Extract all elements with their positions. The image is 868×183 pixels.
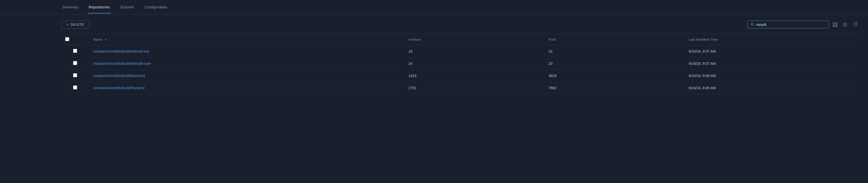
search-input[interactable]	[756, 23, 826, 27]
toolbar-right	[747, 21, 860, 29]
row-modified-1: 6/24/24, 9:07 AM	[685, 58, 860, 70]
table-header-row: Name ▼ Artifacts Pulls Last Modified Tim…	[61, 34, 860, 45]
repo-link-1[interactable]: ironbank/vivsoft/enbuild/enbuild-user	[93, 62, 151, 66]
refresh-button[interactable]	[851, 21, 860, 29]
row-modified-3: 6/24/24, 8:45 AM	[685, 82, 860, 94]
table-container: Name ▼ Artifacts Pulls Last Modified Tim…	[0, 34, 868, 177]
tab-repositories[interactable]: Repositories	[88, 1, 111, 13]
repo-link-3[interactable]: ironbank/vivsoft/enbuild/frontend	[93, 86, 145, 90]
row-artifacts-3: 2701	[404, 82, 545, 94]
row-name-3: ironbank/vivsoft/enbuild/frontend	[89, 82, 404, 94]
svg-rect-5	[836, 25, 837, 27]
delete-label: DELETE	[70, 23, 84, 27]
filter-icon[interactable]: ▼	[104, 38, 107, 41]
row-name-2: ironbank/vivsoft/enbuild/backend	[89, 70, 404, 82]
delete-x-icon: ×	[66, 23, 68, 27]
view-toggle-grid[interactable]	[832, 21, 838, 28]
header-checkbox-cell	[61, 34, 89, 45]
table-row: ironbank/vivsoft/enbuild/enbuild-user 24…	[61, 58, 860, 70]
row-modified-0: 6/24/24, 9:07 AM	[685, 45, 860, 58]
row-checkbox-0[interactable]	[73, 49, 77, 53]
table-row: ironbank/vivsoft/enbuild/frontend 2701 7…	[61, 82, 860, 94]
column-artifacts-label: Artifacts	[408, 38, 421, 41]
repo-link-2[interactable]: ironbank/vivsoft/enbuild/backend	[93, 74, 145, 78]
tab-configuration[interactable]: Configuration	[143, 1, 168, 13]
tab-scanner[interactable]: Scanner	[119, 1, 135, 13]
row-checkbox-3[interactable]	[73, 85, 77, 89]
row-checkbox-1[interactable]	[73, 61, 77, 65]
page-container: Summary Repositories Scanner Configurati…	[0, 0, 868, 183]
column-header-modified: Last Modified Time	[685, 34, 860, 45]
row-checkbox-cell	[61, 58, 89, 70]
table-row: ironbank/vivsoft/enbuild/enbuild-mq 24 2…	[61, 45, 860, 58]
view-toggle-list[interactable]	[841, 21, 848, 28]
toolbar: × DELETE	[0, 20, 868, 34]
row-artifacts-0: 24	[404, 45, 545, 58]
row-pulls-2: 4629	[545, 70, 685, 82]
row-modified-2: 6/24/24, 9:08 AM	[685, 70, 860, 82]
search-icon	[751, 22, 754, 27]
row-checkbox-cell	[61, 70, 89, 82]
row-pulls-1: 20	[545, 58, 685, 70]
search-container	[747, 21, 829, 29]
delete-button[interactable]: × DELETE	[61, 20, 90, 29]
repo-link-0[interactable]: ironbank/vivsoft/enbuild/enbuild-mq	[93, 49, 149, 53]
table-body: ironbank/vivsoft/enbuild/enbuild-mq 24 2…	[61, 45, 860, 94]
repositories-table: Name ▼ Artifacts Pulls Last Modified Tim…	[61, 34, 860, 94]
content-area: × DELETE	[0, 14, 868, 183]
column-name-label: Name	[93, 38, 102, 41]
column-header-pulls: Pulls	[545, 34, 685, 45]
column-header-name: Name ▼	[89, 34, 404, 45]
row-artifacts-1: 24	[404, 58, 545, 70]
svg-line-1	[753, 25, 754, 26]
row-pulls-0: 22	[545, 45, 685, 58]
svg-rect-2	[833, 23, 835, 24]
row-artifacts-2: 1419	[404, 70, 545, 82]
row-checkbox-2[interactable]	[73, 73, 77, 77]
select-all-checkbox[interactable]	[65, 37, 69, 41]
row-pulls-3: 7682	[545, 82, 685, 94]
table-row: ironbank/vivsoft/enbuild/backend 1419 46…	[61, 70, 860, 82]
row-checkbox-cell	[61, 82, 89, 94]
row-checkbox-cell	[61, 45, 89, 58]
tab-bar: Summary Repositories Scanner Configurati…	[0, 0, 868, 14]
column-modified-label: Last Modified Time	[689, 38, 718, 41]
svg-rect-4	[833, 25, 835, 27]
row-name-1: ironbank/vivsoft/enbuild/enbuild-user	[89, 58, 404, 70]
column-header-artifacts: Artifacts	[404, 34, 545, 45]
svg-rect-3	[836, 23, 837, 24]
column-pulls-label: Pulls	[549, 38, 556, 41]
tab-summary[interactable]: Summary	[61, 1, 80, 13]
row-name-0: ironbank/vivsoft/enbuild/enbuild-mq	[89, 45, 404, 58]
